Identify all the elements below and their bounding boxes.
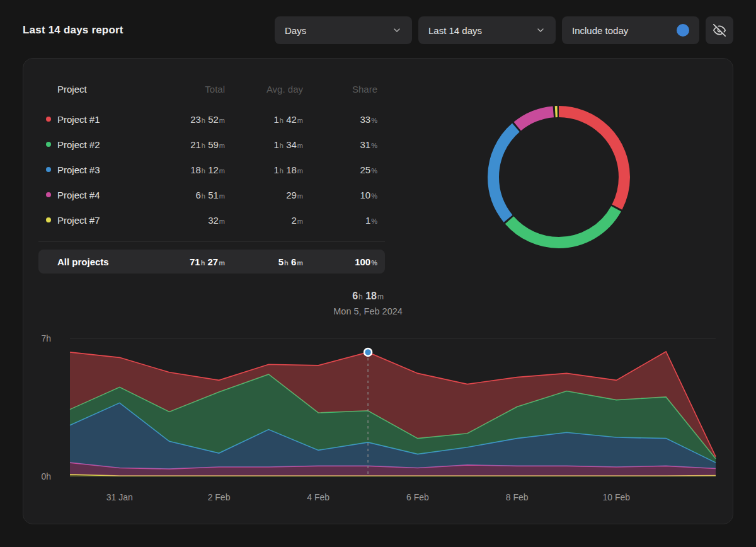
- x-axis-tick-8-feb: 8 Feb: [506, 492, 529, 502]
- include-today-toggle-knob[interactable]: [677, 24, 689, 37]
- project-share: 25%: [311, 164, 385, 175]
- summary-table-header: Project Total Avg. day Share: [38, 83, 385, 95]
- x-axis-tick-6-feb: 6 Feb: [406, 492, 429, 502]
- date-range-dropdown[interactable]: Last 14 days: [418, 16, 556, 44]
- project-color-dot: [46, 192, 51, 197]
- grouping-dropdown-value: Days: [285, 25, 306, 36]
- x-axis-tick-31-jan: 31 Jan: [106, 492, 133, 502]
- page-title: Last 14 days report: [23, 24, 123, 37]
- y-axis-label-top: 7h: [41, 333, 51, 343]
- project-share: 31%: [311, 139, 385, 150]
- project-color-dot: [46, 217, 51, 222]
- project-name: Project #3: [38, 164, 162, 175]
- report-controls: Days Last 14 days Include today: [275, 16, 733, 44]
- project-row-project-7[interactable]: Project #732m2m1%: [38, 207, 385, 233]
- chart-tooltip: 6h 18m Mon 5, Feb 2024: [333, 291, 403, 316]
- project-avg-day: 1h 42m: [232, 114, 311, 125]
- report-card: Project Total Avg. day Share Project #12…: [23, 58, 733, 524]
- header-project: Project: [38, 84, 162, 95]
- project-name: Project #7: [38, 215, 162, 226]
- project-share: 10%: [311, 190, 385, 200]
- header-avg-day: Avg. day: [232, 84, 311, 95]
- include-today-label: Include today: [572, 25, 628, 36]
- chevron-down-icon: [392, 25, 402, 35]
- project-total: 32m: [162, 215, 232, 226]
- project-share: 33%: [311, 114, 385, 125]
- project-color-dot: [46, 142, 51, 147]
- eye-off-icon: [713, 24, 726, 37]
- project-row-project-2[interactable]: Project #221h 59m1h 34m31%: [38, 132, 385, 157]
- divider: [38, 241, 385, 242]
- chart-marker-dot[interactable]: [364, 348, 372, 356]
- tooltip-value: 6h 18m: [333, 291, 403, 302]
- project-avg-day: 1h 18m: [232, 164, 311, 175]
- all-projects-row: All projects 71h 27m 5h 6m 100%: [38, 250, 385, 274]
- all-projects-share: 100%: [311, 256, 385, 267]
- project-name: Project #2: [38, 139, 162, 150]
- all-projects-label: All projects: [38, 256, 162, 267]
- donut-chart-svg[interactable]: [480, 98, 638, 256]
- x-axis-tick-4-feb: 4 Feb: [307, 492, 329, 502]
- project-name: Project #4: [38, 190, 162, 200]
- header-share: Share: [311, 84, 385, 95]
- chevron-down-icon: [536, 25, 546, 35]
- date-range-dropdown-value: Last 14 days: [428, 25, 482, 36]
- project-avg-day: 2m: [232, 215, 311, 226]
- project-name: Project #1: [38, 114, 162, 125]
- top-bar: Last 14 days report Days Last 14 days In…: [0, 0, 756, 44]
- project-avg-day: 29m: [232, 190, 311, 200]
- area-chart-svg[interactable]: 7h0h31 Jan2 Feb4 Feb6 Feb8 Feb10 Feb: [23, 320, 733, 509]
- project-row-project-1[interactable]: Project #123h 52m1h 42m33%: [38, 107, 385, 132]
- donut-chart[interactable]: [385, 98, 733, 274]
- stacked-area-chart[interactable]: 6h 18m Mon 5, Feb 2024 7h0h31 Jan2 Feb4 …: [23, 283, 733, 509]
- project-share: 1%: [311, 215, 385, 226]
- grouping-dropdown[interactable]: Days: [275, 16, 412, 44]
- x-axis-tick-10-feb: 10 Feb: [603, 492, 631, 502]
- project-avg-day: 1h 34m: [232, 139, 311, 150]
- header-total: Total: [162, 84, 232, 95]
- project-color-dot: [46, 117, 51, 122]
- project-color-dot: [46, 167, 51, 172]
- project-total: 18h 12m: [162, 164, 232, 175]
- all-projects-total: 71h 27m: [162, 256, 232, 267]
- hide-values-button[interactable]: [706, 16, 733, 44]
- tooltip-date: Mon 5, Feb 2024: [333, 306, 403, 316]
- project-row-project-4[interactable]: Project #46h 51m29m10%: [38, 182, 385, 207]
- project-total: 23h 52m: [162, 114, 232, 125]
- project-summary-table: Project Total Avg. day Share Project #12…: [38, 83, 385, 274]
- x-axis-tick-2-feb: 2 Feb: [208, 492, 231, 502]
- project-total: 21h 59m: [162, 139, 232, 150]
- include-today-toggle[interactable]: Include today: [562, 16, 699, 44]
- summary-rows: Project #123h 52m1h 42m33%Project #221h …: [38, 107, 385, 233]
- project-row-project-3[interactable]: Project #318h 12m1h 18m25%: [38, 157, 385, 182]
- all-projects-avg: 5h 6m: [232, 256, 311, 267]
- project-total: 6h 51m: [162, 190, 232, 200]
- y-axis-label-bottom: 0h: [41, 471, 51, 481]
